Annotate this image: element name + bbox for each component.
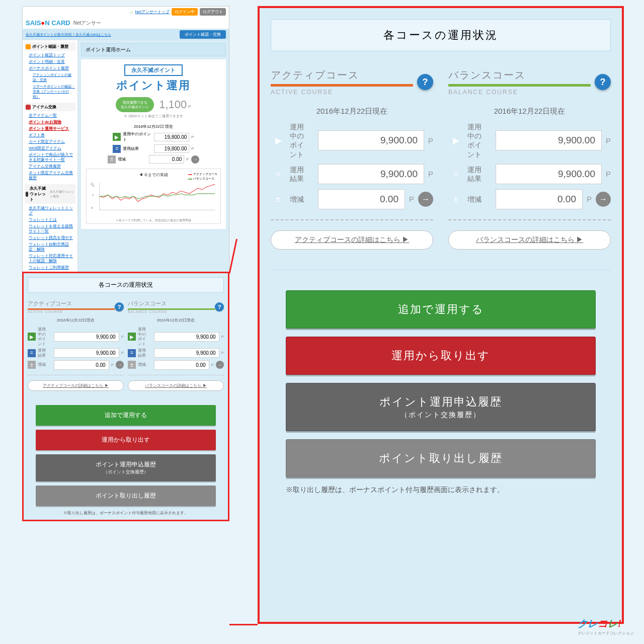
history-button[interactable]: ポイント運用申込履歴（ポイント交換履歴） [36, 454, 216, 481]
sidebar-link[interactable]: ポイントで商品が購入できる対象サイト一覧 [29, 152, 73, 162]
sidebar-link[interactable]: ポイントdeお買物 [29, 120, 61, 124]
stat-value: 9,900.00 [496, 130, 602, 150]
sidebar-link[interactable]: ウォレット対応運用サイトの確認・解除 [29, 254, 73, 263]
course-date: 2016年12月22日現在 [28, 317, 124, 323]
arrow-icon[interactable]: → [418, 192, 433, 207]
netanswer-top-link[interactable]: Netアンサートップ [135, 9, 170, 15]
login-status: ログイン中 [172, 8, 198, 16]
course-detail-link[interactable]: アクティブコースの詳細はこちら ▶ [28, 380, 124, 391]
history-icon [26, 44, 31, 49]
course-column: バランスコース BALANCE COURSE ? 2016年12月22日現在 ▶… [448, 68, 611, 250]
brand-sub: Netアンサー [73, 20, 102, 27]
sidebar-link[interactable]: ウォレットとは [29, 217, 57, 222]
sidebar-link[interactable]: WEB限定アイテム [29, 146, 61, 150]
point-unit: P [221, 335, 224, 339]
stat-value: 9,900.00 [496, 164, 602, 184]
course-date: 2016年12月22日現在 [128, 317, 224, 323]
stat-label: 増減 [467, 195, 492, 204]
stat-label: 運用結果 [138, 348, 152, 358]
as-of-date: 2016年12月22日 現在 [86, 124, 221, 129]
sidebar-link[interactable]: ウォレット自動交換設定・解除 [29, 242, 69, 252]
point-note: ※ 100ポイント単位でご運用できます [86, 114, 221, 119]
point-unit: P [606, 170, 611, 178]
help-icon[interactable]: ? [417, 74, 433, 90]
add-button-large[interactable]: 追加で運用する [286, 290, 596, 329]
sidebar-link[interactable]: ギフト券 [29, 133, 45, 137]
point-unit: P [121, 351, 124, 355]
withdraw-button-large[interactable]: 運用から取り出す [286, 337, 596, 375]
stat-label: 運用結果 [467, 165, 492, 183]
stat-label: 運用結果 [38, 348, 52, 358]
sidebar-link[interactable]: ポイント運用サービス [29, 126, 69, 131]
sidebar-link[interactable]: 全アイテム一覧 [29, 113, 57, 118]
point-unit: P [409, 195, 414, 203]
point-unit: P [221, 351, 224, 355]
stat-value: 19,800.00 [154, 133, 189, 141]
course-stat-row: = 運用結果 9,900.00 P [271, 164, 433, 184]
svg-text:0: 0 [92, 194, 94, 197]
course-detail-link[interactable]: バランスコースの詳細はこちら ▶ [128, 380, 224, 391]
courses-panel-large: 各コースの運用状況 アクティブコース ACTIVE COURSE ? 2016年… [258, 6, 624, 624]
stat-icon: = [128, 349, 136, 357]
footer-note: ※取り出し履歴は、ボーナスポイント付与履歴画面に表示されます。 [36, 510, 216, 516]
help-icon[interactable]: ? [215, 302, 224, 311]
course-name-en: BALANCE COURSE [448, 89, 595, 96]
point-unit: P [606, 136, 611, 145]
withdraw-history-button-large[interactable]: ポイント取り出し履歴 [286, 439, 596, 477]
course-detail-link[interactable]: アクティブコースの詳細はこちら ▶ [271, 230, 433, 250]
withdraw-history-button[interactable]: ポイント取り出し履歴 [36, 486, 216, 506]
arrow-icon[interactable]: → [216, 361, 224, 369]
sidebar-link[interactable]: ポイント確認トップ [29, 53, 65, 57]
point-check-button[interactable]: ポイント確認・交換 [180, 30, 226, 39]
stat-value: 0.00 [154, 360, 209, 370]
arrow-icon[interactable]: → [596, 192, 611, 207]
history-button-large[interactable]: ポイント運用申込履歴（ポイント交換履歴） [286, 383, 596, 431]
stat-icon: = [28, 349, 36, 357]
courses-title-large: 各コースの運用状況 [271, 19, 611, 51]
stat-icon: = [448, 167, 463, 182]
point-unit: P [111, 363, 114, 367]
help-icon[interactable]: ? [115, 302, 124, 311]
stat-label: 増減 [290, 195, 314, 204]
course-detail-link[interactable]: バランスコースの詳細はこちら ▶ [448, 230, 611, 250]
sidebar-link[interactable]: ボーナスポイント履歴 [29, 66, 69, 70]
course-stat-row: ± 増減 0.00 P → [28, 360, 124, 370]
arrow-icon[interactable]: → [116, 361, 124, 369]
point-unit: P [211, 363, 214, 367]
stat-icon: ± [271, 192, 286, 207]
help-icon[interactable]: ? [595, 74, 611, 90]
sidebar-link[interactable]: ウォレットご利用履歴 [29, 265, 69, 270]
watermark: クレコレ! クレジットカードコレクション [578, 617, 634, 636]
main-panel: ポイント運用ホーム 永久不滅ポイント ポイント運用 現在運用できる永久不滅ポイン… [78, 40, 229, 305]
point-unit: P [121, 335, 124, 339]
hero-title: ポイント運用 [86, 78, 221, 93]
brand-logo: SAIS●N CARD [26, 19, 70, 27]
course-name-jp: バランスコース [128, 300, 215, 310]
add-button[interactable]: 追加で運用する [36, 405, 216, 426]
course-name-en: BALANCE COURSE [128, 310, 215, 313]
withdraw-button[interactable]: 運用から取り出す [36, 430, 216, 450]
stat-label: 運用中のポイント [138, 327, 152, 346]
promo-link[interactable]: 永久不滅ポイントが最大30倍！永久不滅.comはこちら [26, 32, 111, 37]
sidebar-link[interactable]: ウォレットを使える提携サイト一覧 [29, 224, 73, 233]
stat-value: 9,900.00 [54, 348, 119, 358]
sidebar-link[interactable]: ポイント明細・合算 [29, 59, 65, 64]
stat-icon: ± [28, 361, 36, 369]
course-stat-row: ▶ 運用中のポイント 9,900.00 P [448, 122, 611, 159]
sidebar-link[interactable]: ウォレット残高を増やす [29, 235, 73, 240]
stat-label: 運用中のポイント [467, 122, 492, 159]
logout-button[interactable]: ログアウト [200, 8, 226, 16]
sidebar: ポイント確認・履歴 ポイント確認トップポイント明細・合算ボーナスポイント履歴アク… [23, 40, 78, 305]
stat-icon: ▶ [271, 133, 286, 148]
sidebar-link[interactable]: 永久不滅ウォレットトップ [29, 206, 73, 215]
course-column: アクティブコース ACTIVE COURSE ? 2016年12月22日現在 ▶… [28, 300, 124, 391]
sidebar-link[interactable]: アイテム交換履歴 [29, 164, 61, 169]
stat-value: 0.00 [149, 155, 184, 164]
arrow-icon[interactable]: → [191, 155, 199, 164]
stat-label: 運用結果 [290, 165, 314, 183]
stat-icon: = [113, 145, 121, 153]
sidebar-link[interactable]: ネット限定アイテム交換履歴 [29, 171, 73, 180]
stat-value: 0.00 [496, 189, 583, 209]
sidebar-link[interactable]: カード限定アイテム [29, 139, 65, 144]
stat-label: 運用中のポイント [123, 131, 152, 142]
